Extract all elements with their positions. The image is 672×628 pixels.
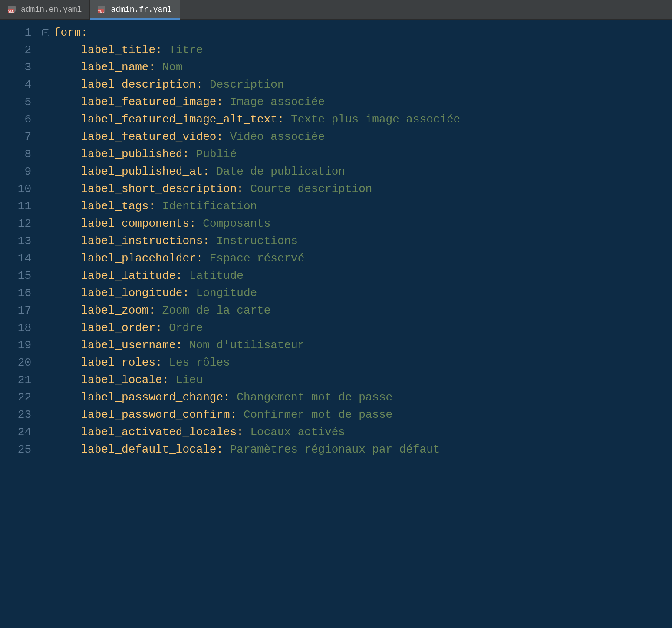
yaml-colon: : — [216, 443, 223, 456]
yaml-colon: : — [223, 391, 230, 404]
tab-label: admin.fr.yaml — [111, 5, 171, 14]
code-line[interactable]: label_description: Description — [54, 76, 672, 93]
line-number: 13 — [0, 232, 39, 250]
yaml-colon: : — [196, 78, 203, 91]
line-number: 10 — [0, 180, 39, 198]
yaml-value: Image associée — [230, 96, 325, 109]
code-line[interactable]: label_password_confirm: Confirmer mot de… — [54, 406, 672, 423]
yaml-colon: : — [237, 426, 244, 439]
code-line[interactable]: label_activated_locales: Locaux activés — [54, 423, 672, 441]
yaml-colon: : — [162, 373, 169, 387]
code-line[interactable]: form: — [54, 24, 672, 41]
yaml-key: label_tags — [81, 200, 148, 213]
yaml-key: label_order — [81, 321, 155, 334]
code-line[interactable]: label_locale: Lieu — [54, 371, 672, 389]
yaml-colon: : — [237, 182, 244, 195]
code-area[interactable]: form: label_title: Titre label_name: Nom… — [52, 20, 672, 628]
line-number: 17 — [0, 302, 39, 319]
yaml-colon: : — [148, 200, 155, 213]
yaml-key: label_default_locale — [81, 443, 216, 456]
code-line[interactable]: label_longitude: Longitude — [54, 284, 672, 302]
fold-toggle-icon[interactable]: − — [42, 29, 49, 36]
yaml-colon: : — [182, 287, 189, 300]
yaml-key: label_title — [81, 43, 155, 56]
line-number: 8 — [0, 145, 39, 163]
line-number: 23 — [0, 406, 39, 423]
yaml-value: Nom d'utilisateur — [189, 339, 304, 352]
code-line[interactable]: label_password_change: Changement mot de… — [54, 389, 672, 406]
yaml-colon: : — [182, 148, 189, 161]
yaml-key: label_password_confirm — [81, 408, 230, 421]
yaml-value: Changement mot de passe — [237, 391, 392, 404]
code-line[interactable]: label_latitude: Latitude — [54, 267, 672, 284]
code-line[interactable]: label_name: Nom — [54, 59, 672, 76]
code-line[interactable]: label_zoom: Zoom de la carte — [54, 302, 672, 319]
line-number: 5 — [0, 93, 39, 111]
line-number: 22 — [0, 389, 39, 406]
yaml-value: Les rôles — [169, 356, 230, 369]
yaml-key: label_activated_locales — [81, 426, 237, 439]
line-number-gutter: 1234567891011121314151617181920212223242… — [0, 20, 39, 628]
yaml-value: Ordre — [169, 321, 203, 334]
yaml-key: label_featured_image — [81, 96, 216, 109]
yaml-key: label_featured_image_alt_text — [81, 113, 277, 126]
fold-gutter: − — [39, 20, 52, 628]
code-line[interactable]: label_roles: Les rôles — [54, 354, 672, 371]
line-number: 18 — [0, 319, 39, 337]
yaml-value: Texte plus image associée — [291, 113, 460, 126]
line-number: 12 — [0, 215, 39, 232]
tab-label: admin.en.yaml — [21, 5, 82, 14]
yaml-key: label_username — [81, 339, 175, 352]
yaml-colon: : — [148, 304, 155, 317]
line-number: 11 — [0, 198, 39, 215]
line-number: 3 — [0, 59, 39, 76]
tab-admin-en[interactable]: YML admin.en.yaml — [0, 0, 90, 19]
line-number: 1 — [0, 24, 39, 41]
yaml-value: Longitude — [196, 287, 257, 300]
code-line[interactable]: label_instructions: Instructions — [54, 232, 672, 250]
yaml-file-icon: YML — [8, 6, 17, 13]
yaml-colon: : — [230, 408, 237, 421]
yaml-colon: : — [196, 252, 203, 265]
editor-pane[interactable]: 1234567891011121314151617181920212223242… — [0, 20, 672, 628]
code-line[interactable]: label_username: Nom d'utilisateur — [54, 337, 672, 354]
code-line[interactable]: label_featured_image: Image associée — [54, 93, 672, 111]
tab-bar: YML admin.en.yaml YML admin.fr.yaml — [0, 0, 672, 20]
yaml-colon: : — [216, 96, 223, 109]
yaml-key: form — [54, 26, 81, 39]
yaml-value: Espace réservé — [210, 252, 304, 265]
line-number: 9 — [0, 163, 39, 180]
yaml-key: label_zoom — [81, 304, 148, 317]
yaml-value: Titre — [169, 43, 203, 56]
yaml-value: Zoom de la carte — [162, 304, 271, 317]
yaml-colon: : — [81, 26, 88, 39]
code-line[interactable]: label_default_locale: Paramètres régiona… — [54, 441, 672, 458]
code-line[interactable]: label_published: Publié — [54, 145, 672, 163]
yaml-value: Locaux activés — [250, 426, 345, 439]
code-line[interactable]: label_placeholder: Espace réservé — [54, 250, 672, 267]
line-number: 7 — [0, 128, 39, 145]
yaml-key: label_published — [81, 148, 182, 161]
line-number: 16 — [0, 284, 39, 302]
tab-admin-fr[interactable]: YML admin.fr.yaml — [90, 0, 180, 19]
code-line[interactable]: label_tags: Identification — [54, 198, 672, 215]
yaml-value: Description — [210, 78, 284, 91]
code-line[interactable]: label_featured_video: Vidéo associée — [54, 128, 672, 145]
yaml-value: Date de publication — [217, 165, 345, 178]
yaml-colon: : — [203, 165, 210, 178]
line-number: 25 — [0, 441, 39, 458]
yaml-file-icon: YML — [98, 6, 107, 13]
yaml-colon: : — [155, 321, 162, 334]
code-line[interactable]: label_title: Titre — [54, 41, 672, 59]
code-line[interactable]: label_featured_image_alt_text: Texte plu… — [54, 111, 672, 128]
yaml-colon: : — [155, 356, 162, 369]
code-line[interactable]: label_published_at: Date de publication — [54, 163, 672, 180]
yaml-value: Paramètres régionaux par défaut — [230, 443, 440, 456]
yaml-key: label_published_at — [81, 165, 203, 178]
yaml-key: label_placeholder — [81, 252, 196, 265]
code-line[interactable]: label_short_description: Courte descript… — [54, 180, 672, 198]
code-line[interactable]: label_order: Ordre — [54, 319, 672, 337]
code-line[interactable]: label_components: Composants — [54, 215, 672, 232]
yaml-key: label_roles — [81, 356, 155, 369]
yaml-key: label_name — [81, 61, 148, 74]
